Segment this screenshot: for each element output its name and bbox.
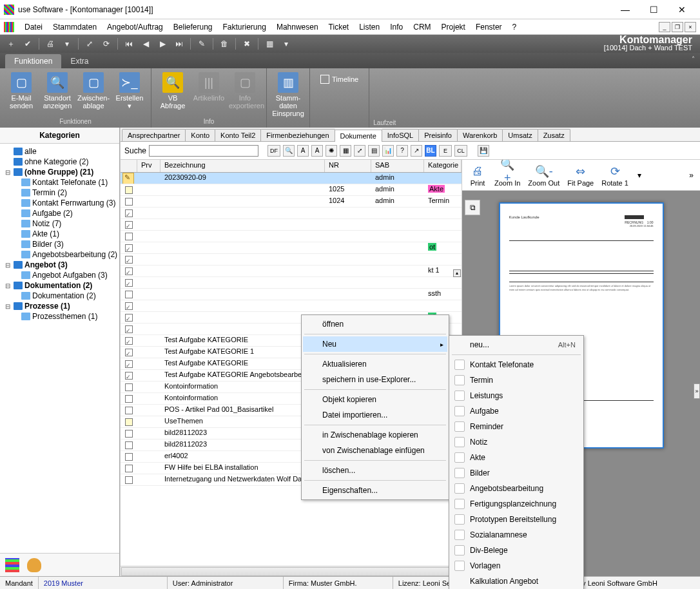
tree-node[interactable]: Prozessthemen (1) — [1, 311, 118, 322]
col-bezeichnung[interactable]: Bezeichnung — [160, 160, 325, 172]
preview-zoom-in[interactable]: 🔍+Zoom In — [494, 164, 520, 187]
tree-node[interactable]: Dokumentation (2) — [1, 291, 118, 301]
tab-firmenbeziehungen[interactable]: Firmenbeziehungen — [260, 129, 335, 141]
menu-stammdaten[interactable]: Stammdaten — [48, 20, 102, 34]
menu-item[interactable]: Angebotsbearbeitung — [451, 481, 582, 496]
menu-projekt[interactable]: Projekt — [436, 20, 471, 34]
tab-dokumente[interactable]: Dokumente — [335, 130, 382, 142]
menu-item[interactable]: Akte — [451, 450, 582, 465]
menu-info[interactable]: Info — [385, 20, 408, 34]
tree-node[interactable]: Termin (2) — [1, 188, 118, 198]
filter-icon-8[interactable]: 📊 — [382, 145, 394, 157]
menu-item[interactable]: Prototypen Bereitstellung — [451, 512, 582, 527]
menu-item[interactable]: Leistungs — [451, 388, 582, 403]
menu-item[interactable]: Eigenschaften... — [303, 483, 447, 498]
menu-angebot/auftrag[interactable]: Angebot/Auftrag — [102, 20, 168, 34]
menu-item[interactable]: Fertigungsplanzeichnung — [451, 496, 582, 512]
grid-scrollbar[interactable] — [121, 566, 462, 576]
filter-icon-5[interactable]: ▦ — [340, 145, 351, 157]
table-row[interactable]: 1024adminTermin — [121, 196, 462, 208]
print-icon[interactable]: 🖨 — [43, 37, 57, 50]
menu-belieferung[interactable]: Belieferung — [168, 20, 218, 34]
table-row[interactable] — [121, 231, 462, 242]
tree-node[interactable]: Akte (1) — [1, 229, 118, 239]
menu-item[interactable]: in Zwischenablage kopieren — [303, 427, 447, 443]
tree-node[interactable]: alle — [1, 146, 118, 157]
filter-icon-3[interactable]: A — [311, 145, 323, 157]
refresh-icon[interactable]: ⟳ — [99, 37, 113, 50]
menu-listen[interactable]: Listen — [354, 20, 385, 34]
nav-next-icon[interactable]: ▶ — [155, 37, 170, 50]
view-grid-icon[interactable] — [5, 558, 19, 572]
maximize-button[interactable]: ☐ — [639, 1, 668, 19]
filter-icon-1[interactable]: 🔍 — [283, 145, 295, 157]
tab-umsatz[interactable]: Umsatz — [502, 129, 538, 141]
stammdaten-button[interactable]: ▥Stamm-daten Einsprung — [271, 71, 306, 119]
tree-node[interactable]: ⊟Prozesse (1) — [1, 301, 118, 311]
menu-item[interactable]: Objekt kopieren — [303, 392, 447, 407]
table-row[interactable] — [121, 208, 462, 219]
col-sab[interactable]: SAB — [371, 160, 424, 172]
tree-node[interactable]: ⊟(ohne Gruppe) (21) — [1, 167, 118, 177]
table-row[interactable]: kt 1 — [121, 266, 462, 277]
menu-item[interactable]: Aktualisieren — [303, 356, 447, 372]
filter-icon-9[interactable]: ? — [396, 145, 408, 157]
tree-node[interactable]: ⊟Angebot (3) — [1, 260, 118, 270]
grid-icon[interactable]: ▦ — [262, 37, 277, 50]
ribbon-tab-extra[interactable]: Extra — [61, 54, 97, 68]
delete-icon[interactable]: 🗑 — [217, 37, 231, 50]
grid-dropdown[interactable]: ▾ — [279, 37, 293, 50]
menu-item[interactable]: Datei importieren... — [303, 407, 447, 423]
zoom-out-icon[interactable]: ⤢ — [83, 37, 97, 50]
search-input[interactable] — [149, 145, 258, 157]
tree-node[interactable]: Angebot Aufgaben (3) — [1, 270, 118, 280]
dropdown-icon[interactable]: ▾ — [60, 37, 74, 50]
standort-button[interactable]: 🔍Standort anzeigen — [40, 71, 75, 111]
col-nr[interactable]: NR — [325, 160, 371, 172]
vb-abfrage-button[interactable]: 🔍VB Abfrage — [155, 71, 190, 111]
menu-item[interactable]: neu...Alt+N — [451, 337, 582, 352]
menu-item[interactable]: Sozialanamnese — [451, 527, 582, 543]
view-db-icon[interactable] — [27, 558, 41, 572]
menu-item[interactable]: Kalkulation Angebot — [451, 574, 582, 589]
tab-warenkorb[interactable]: Warenkorb — [457, 129, 503, 141]
tab-konto teil2[interactable]: Konto Teil2 — [215, 129, 261, 141]
status-mandant-value[interactable]: 2019 Muster — [39, 577, 168, 589]
preview-rotate-1[interactable]: ⟳Rotate 1 — [601, 164, 628, 187]
tree-node[interactable]: ⊟Dokumentation (2) — [1, 280, 118, 291]
nav-first-icon[interactable]: ⏮ — [122, 37, 136, 50]
tree-node[interactable]: Kontakt Telefonate (1) — [1, 177, 118, 188]
menu-item[interactable]: Aufgabe — [451, 403, 582, 419]
menu-item[interactable]: speichern in use-Explorer... — [303, 372, 447, 387]
tab-zusatz[interactable]: Zusatz — [538, 129, 570, 141]
filter-icon-6[interactable]: ⤢ — [354, 145, 365, 157]
preview-fit-page[interactable]: ⇔Fit Page — [567, 164, 594, 187]
check-icon[interactable]: ✔ — [21, 37, 35, 50]
col-prv[interactable]: Prv — [137, 160, 160, 172]
table-row[interactable] — [121, 254, 462, 266]
cl-button[interactable]: CL — [454, 145, 467, 157]
mdi-minimize[interactable]: _ — [659, 22, 670, 32]
mdi-close[interactable]: × — [685, 22, 696, 32]
menu-fenster[interactable]: Fenster — [471, 20, 507, 34]
df-button[interactable]: DF — [267, 145, 280, 157]
preview-expand-icon[interactable]: » — [694, 383, 700, 399]
menu-item[interactable]: Neu▸ — [303, 336, 447, 352]
tree-node[interactable]: Notiz (7) — [1, 218, 118, 229]
menu-item[interactable]: Vorlagen — [451, 558, 582, 574]
ribbon-tab-funktionen[interactable]: Funktionen — [5, 54, 61, 68]
preview-print[interactable]: 🖨Print — [469, 164, 487, 187]
tree-node[interactable]: Bilder (3) — [1, 239, 118, 249]
tab-preisinfo[interactable]: Preisinfo — [418, 129, 458, 141]
menu-crm[interactable]: CRM — [408, 20, 436, 34]
table-row[interactable]: ssth — [121, 289, 462, 300]
menu-mahnwesen[interactable]: Mahnwesen — [271, 20, 324, 34]
minimize-button[interactable]: — — [611, 1, 639, 19]
filter-icon-10[interactable]: ↗ — [411, 145, 422, 157]
filter-icon-4[interactable]: ✺ — [326, 145, 337, 157]
email-button[interactable]: ▢E-Mail senden — [4, 71, 39, 111]
menu-fakturierung[interactable]: Fakturierung — [218, 20, 271, 34]
nav-last-icon[interactable]: ⏭ — [172, 37, 186, 50]
timeline-checkbox[interactable]: Timeline — [320, 75, 358, 84]
table-row[interactable] — [121, 277, 462, 289]
